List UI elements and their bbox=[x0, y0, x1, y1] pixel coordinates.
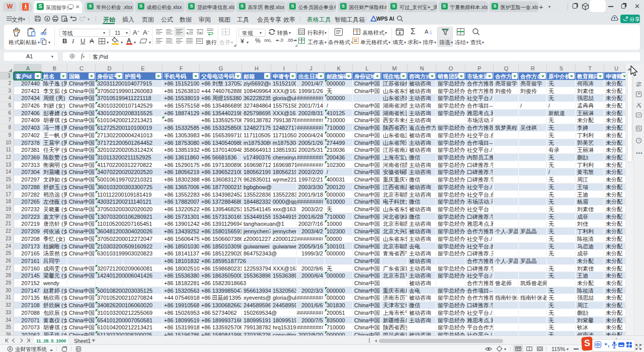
svg-text:?: ? bbox=[638, 139, 640, 142]
